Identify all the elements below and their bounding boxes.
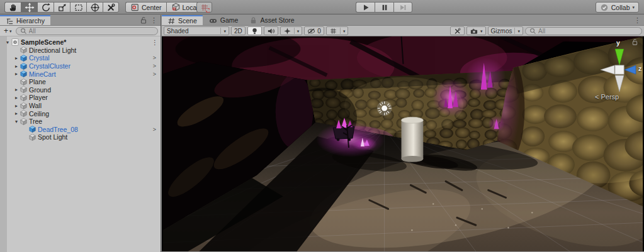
- hierarchy-item-tree[interactable]: ▾Tree: [0, 118, 161, 126]
- expand-arrow-icon[interactable]: ▸: [13, 87, 20, 92]
- hierarchy-item-ceiling[interactable]: ▸Ceiling: [0, 109, 161, 118]
- hierarchy-item-label: Ceiling: [29, 110, 49, 118]
- light-bulb-icon: [251, 27, 259, 35]
- rotate-tool-button[interactable]: [37, 2, 54, 13]
- hierarchy-item-label: SampleScene*: [21, 38, 66, 46]
- hierarchy-item-wall[interactable]: ▸Wall: [0, 102, 161, 110]
- editor-tools-button[interactable]: [450, 26, 465, 35]
- tab-game[interactable]: Game: [203, 15, 244, 25]
- rect-tool-button[interactable]: [70, 2, 86, 13]
- expand-arrow-icon[interactable]: ▸: [13, 111, 20, 116]
- tools-wrench-icon: [453, 27, 461, 35]
- axis-down-cone[interactable]: [615, 75, 624, 92]
- scene-grid-icon: [167, 17, 176, 25]
- prefab-expand-chevron[interactable]: >: [153, 55, 156, 61]
- projection-mode-label[interactable]: < Persp: [595, 93, 619, 101]
- hierarchy-item-label: Tree: [29, 118, 42, 125]
- gameobject-cube-icon: [29, 134, 36, 141]
- rotate-icon: [41, 3, 51, 13]
- hierarchy-item-crystal[interactable]: ▸Crystal>: [0, 54, 161, 62]
- hierarchy-search-input[interactable]: [29, 28, 154, 35]
- pause-icon: [380, 3, 390, 13]
- gamepad-icon: [208, 16, 218, 25]
- lighting-toggle-button[interactable]: [247, 26, 262, 35]
- play-button[interactable]: [356, 2, 375, 13]
- pivot-center-button[interactable]: Center: [125, 2, 166, 13]
- hierarchy-item-crystalcluster[interactable]: ▸CrystalCluster>: [0, 62, 161, 70]
- hierarchy-item-minecart[interactable]: ▸MineCart>: [0, 70, 161, 78]
- hierarchy-item-ground[interactable]: ▸Ground: [0, 86, 161, 94]
- collab-button[interactable]: Collab ▾: [596, 2, 639, 13]
- pivot-center-label: Center: [142, 4, 162, 11]
- grid-snap-button[interactable]: [196, 2, 212, 13]
- scene-visibility-button[interactable]: 0: [304, 26, 324, 35]
- expand-arrow-icon[interactable]: ▾: [4, 40, 11, 45]
- hierarchy-item-label: Wall: [29, 102, 42, 109]
- custom-tool-button[interactable]: [103, 2, 119, 13]
- shading-mode-dropdown[interactable]: Shaded ▾: [164, 26, 229, 35]
- expand-arrow-icon[interactable]: ▸: [13, 103, 20, 109]
- unlocked-padlock-icon[interactable]: [140, 16, 147, 25]
- shading-mode-label: Shaded: [167, 28, 188, 35]
- expand-arrow-icon[interactable]: ▸: [13, 55, 20, 61]
- move-tool-button[interactable]: [21, 2, 37, 13]
- prefab-expand-chevron[interactable]: >: [153, 126, 156, 133]
- axis-z-cone[interactable]: [624, 65, 636, 74]
- hierarchy-item-player[interactable]: ▸Player: [0, 94, 161, 102]
- scene-search-input[interactable]: [538, 28, 638, 35]
- scene-toolbar: Shaded ▾ 2D ▾: [162, 26, 644, 36]
- expand-arrow-icon[interactable]: ▸: [13, 95, 20, 101]
- hand-tool-button[interactable]: [4, 2, 21, 13]
- tab-asset-store[interactable]: Asset Store: [244, 15, 300, 25]
- expand-arrow-icon[interactable]: ▾: [13, 119, 20, 124]
- viewport-padlock-icon[interactable]: [631, 38, 638, 46]
- hierarchy-menu-icon[interactable]: ⋮: [150, 17, 157, 24]
- gizmos-dropdown[interactable]: Gizmos ▾: [488, 26, 523, 35]
- scene-viewport[interactable]: y z < Persp: [162, 36, 644, 251]
- scene-menu-icon[interactable]: ⋮: [634, 17, 641, 24]
- toggle-2d-button[interactable]: 2D: [231, 26, 246, 35]
- pause-button[interactable]: [375, 2, 393, 13]
- effects-dropdown-arrow: ▾: [297, 29, 300, 33]
- axis-center-cube[interactable]: [615, 65, 624, 74]
- local-cube-icon: [171, 3, 181, 12]
- asset-store-lock-icon: [249, 16, 257, 25]
- prefab-cube-icon: [20, 55, 27, 62]
- hierarchy-item-label: CrystalCluster: [29, 62, 71, 70]
- hierarchy-item-plane[interactable]: Plane: [0, 78, 161, 86]
- axis-z-label: z: [638, 65, 641, 72]
- axis-x-cone[interactable]: [601, 65, 614, 74]
- gameobject-cube-icon: [20, 118, 27, 125]
- effects-star-icon: [283, 27, 291, 35]
- prefab-expand-chevron[interactable]: >: [153, 63, 156, 69]
- grid-visibility-dropdown[interactable]: ▾: [326, 26, 349, 35]
- tab-scene[interactable]: Scene: [162, 15, 203, 25]
- hierarchy-item-directional-light[interactable]: Directional Light: [0, 47, 161, 55]
- kebab-menu-icon[interactable]: ⋮: [152, 39, 158, 46]
- 2d-label: 2D: [234, 28, 242, 35]
- scale-tool-button[interactable]: [54, 2, 70, 13]
- transform-combined-icon: [90, 3, 100, 13]
- hierarchy-item-samplescene-[interactable]: ▾SampleScene*⋮: [0, 38, 161, 47]
- scene-tab-label: Scene: [178, 17, 197, 25]
- eye-slash-icon: [307, 27, 315, 35]
- audio-toggle-button[interactable]: [264, 26, 278, 35]
- axis-y-cone[interactable]: [615, 49, 624, 65]
- prefab-expand-chevron[interactable]: >: [153, 71, 156, 77]
- tab-hierarchy[interactable]: Hierarchy: [0, 15, 50, 25]
- hierarchy-item-label: MineCart: [29, 70, 56, 78]
- step-icon: [398, 3, 408, 13]
- camera-settings-dropdown[interactable]: ▾: [466, 26, 486, 35]
- hierarchy-tree: ▾SampleScene*⋮Directional Light▸Crystal>…: [0, 36, 161, 252]
- step-button[interactable]: [393, 2, 412, 13]
- expand-arrow-icon[interactable]: ▸: [13, 63, 20, 69]
- expand-arrow-icon[interactable]: ▸: [13, 71, 20, 77]
- create-dropdown-arrow: ▾: [9, 29, 12, 33]
- hierarchy-item-deadtree-08[interactable]: DeadTree_08>: [0, 126, 161, 134]
- create-object-button[interactable]: + ▾: [3, 26, 13, 35]
- scene-searchbox: [525, 27, 642, 35]
- axis-orientation-gizmo[interactable]: [594, 38, 644, 101]
- effects-toggle-dropdown[interactable]: ▾: [280, 26, 303, 35]
- transform-combined-tool-button[interactable]: [86, 2, 103, 13]
- hierarchy-item-spot-light[interactable]: Spot Light: [0, 133, 161, 141]
